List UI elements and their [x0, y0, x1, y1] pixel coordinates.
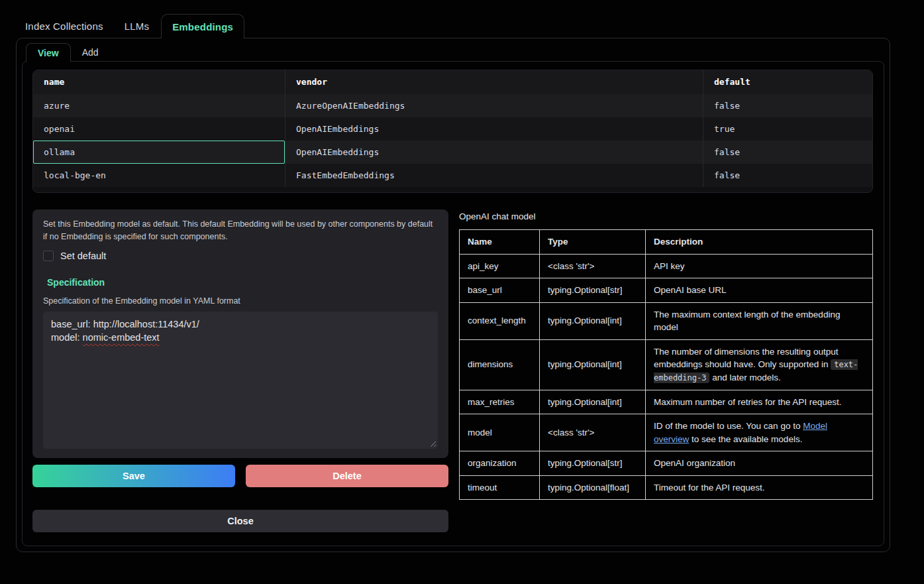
info-row-dimensions: dimensionstyping.Optional[int]The number…: [460, 339, 873, 390]
tab-llms[interactable]: LLMs: [114, 14, 160, 38]
tab-index-collections[interactable]: Index Collections: [25, 14, 114, 38]
param-name: organization: [460, 451, 540, 476]
param-description: OpenAI base URL: [646, 278, 873, 303]
cell-default: false: [703, 94, 872, 117]
info-row-max_retries: max_retriestyping.Optional[int]Maximum n…: [460, 390, 873, 414]
info-table-header: Name Type Description: [460, 230, 873, 255]
misspelled-word: nomic-embed-text: [83, 332, 160, 343]
specification-heading: Specification: [47, 277, 438, 288]
param-type: typing.Optional[int]: [540, 390, 646, 414]
table-row-openai[interactable]: openaiOpenAIEmbeddingstrue: [33, 117, 872, 141]
embeddings-table-body: azureAzureOpenAIEmbeddingsfalseopenaiOpe…: [33, 94, 872, 187]
table-row-azure[interactable]: azureAzureOpenAIEmbeddingsfalse: [33, 94, 872, 117]
sub-tab-bar: View Add: [17, 38, 890, 62]
default-description: Set this Embedding model as default. Thi…: [43, 218, 438, 243]
param-name: api_key: [460, 254, 540, 278]
embeddings-table: name vendor default azureAzureOpenAIEmbe…: [32, 70, 873, 193]
info-row-context_length: context_lengthtyping.Optional[int]The ma…: [460, 302, 873, 339]
param-name: context_length: [460, 302, 540, 339]
param-description: The maximum context length of the embedd…: [646, 302, 873, 339]
table-row-ollama[interactable]: ollamaOpenAIEmbeddingsfalse: [33, 141, 872, 164]
cell-vendor: OpenAIEmbeddings: [285, 141, 703, 164]
param-type: typing.Optional[str]: [540, 451, 646, 476]
resize-handle-icon[interactable]: [429, 439, 436, 447]
param-description: Maximum number of retries for the API re…: [646, 390, 873, 414]
specification-subtitle: Specification of the Embedding model in …: [43, 296, 438, 306]
app-root: Index Collections LLMs Embeddings View A…: [0, 0, 924, 584]
param-description: API key: [646, 254, 873, 278]
info-row-organization: organizationtyping.Optional[str]OpenAI o…: [460, 451, 873, 476]
info-panel-title: OpenAI chat model: [459, 211, 873, 221]
param-name: model: [460, 414, 540, 451]
delete-button[interactable]: Delete: [246, 465, 448, 487]
param-type: typing.Optional[str]: [540, 278, 646, 303]
info-row-timeout: timeouttyping.Optional[float]Timeout for…: [460, 475, 873, 500]
info-column: OpenAI chat model Name Type Description …: [459, 209, 873, 532]
param-type: <class 'str'>: [540, 254, 646, 278]
action-buttons: Save Delete: [32, 465, 448, 487]
param-name: timeout: [460, 475, 540, 500]
tab-add[interactable]: Add: [71, 43, 110, 62]
cell-name[interactable]: ollama: [33, 141, 285, 164]
yaml-line-2: model: nomic-embed-text: [51, 331, 430, 344]
info-column-name: Name: [460, 230, 540, 255]
table-row-local-bge-en[interactable]: local-bge-enFastEmbedEmbeddingsfalse: [33, 164, 872, 187]
detail-area: Set this Embedding model as default. Thi…: [32, 209, 873, 532]
cell-default: false: [703, 164, 872, 187]
edit-column: Set this Embedding model as default. Thi…: [32, 209, 448, 532]
tab-embeddings[interactable]: Embeddings: [161, 14, 244, 38]
code-chip: text-embedding-3: [654, 359, 858, 383]
tab-view[interactable]: View: [26, 43, 71, 62]
default-setting-card: Set this Embedding model as default. Thi…: [32, 209, 448, 458]
save-button[interactable]: Save: [32, 465, 235, 487]
info-row-api_key: api_key<class 'str'>API key: [460, 254, 873, 278]
main-tab-bar: Index Collections LLMs Embeddings: [0, 0, 924, 38]
cell-name[interactable]: openai: [33, 117, 285, 141]
cell-vendor: AzureOpenAIEmbeddings: [285, 94, 703, 117]
param-name: dimensions: [460, 339, 540, 390]
embeddings-tab-panel: View Add name vendor default azureAzureO…: [16, 38, 890, 552]
yaml-spec-textarea[interactable]: base_url: http://localhost:11434/v1/ mod…: [43, 312, 438, 449]
param-description: The number of dimensions the resulting o…: [646, 339, 873, 390]
model-overview-link[interactable]: Model overview: [654, 421, 827, 444]
param-description: ID of the model to use. You can go to Mo…: [646, 414, 873, 451]
info-column-description: Description: [646, 230, 873, 255]
cell-default: false: [703, 141, 872, 164]
info-table-body: api_key<class 'str'>API keybase_urltypin…: [460, 254, 873, 500]
embeddings-table-header: name vendor default: [33, 70, 872, 94]
cell-name[interactable]: local-bge-en: [33, 164, 285, 187]
info-row-model: model<class 'str'>ID of the model to use…: [460, 414, 873, 451]
column-header-vendor: vendor: [285, 70, 703, 94]
info-column-type: Type: [540, 230, 646, 255]
column-header-default: default: [703, 70, 872, 94]
param-type: typing.Optional[int]: [540, 302, 646, 339]
cell-default: true: [703, 117, 872, 141]
column-header-name: name: [33, 70, 285, 94]
param-description: Timeout for the API request.: [646, 475, 873, 500]
info-row-base_url: base_urltyping.Optional[str]OpenAI base …: [460, 278, 873, 303]
set-default-checkbox[interactable]: Set default: [43, 251, 438, 261]
cell-name[interactable]: azure: [33, 94, 285, 117]
param-description: OpenAI organization: [646, 451, 873, 476]
view-tab-panel: name vendor default azureAzureOpenAIEmbe…: [22, 61, 884, 546]
info-table: Name Type Description api_key<class 'str…: [459, 229, 873, 500]
close-button[interactable]: Close: [32, 510, 448, 532]
param-name: base_url: [460, 278, 540, 303]
checkbox-label: Set default: [60, 251, 106, 261]
yaml-line-1: base_url: http://localhost:11434/v1/: [51, 318, 430, 331]
param-type: typing.Optional[int]: [540, 339, 646, 390]
checkbox-icon[interactable]: [43, 251, 54, 261]
param-type: <class 'str'>: [540, 414, 646, 451]
cell-vendor: FastEmbedEmbeddings: [285, 164, 703, 187]
param-type: typing.Optional[float]: [540, 475, 646, 500]
param-name: max_retries: [460, 390, 540, 414]
cell-vendor: OpenAIEmbeddings: [285, 117, 703, 141]
